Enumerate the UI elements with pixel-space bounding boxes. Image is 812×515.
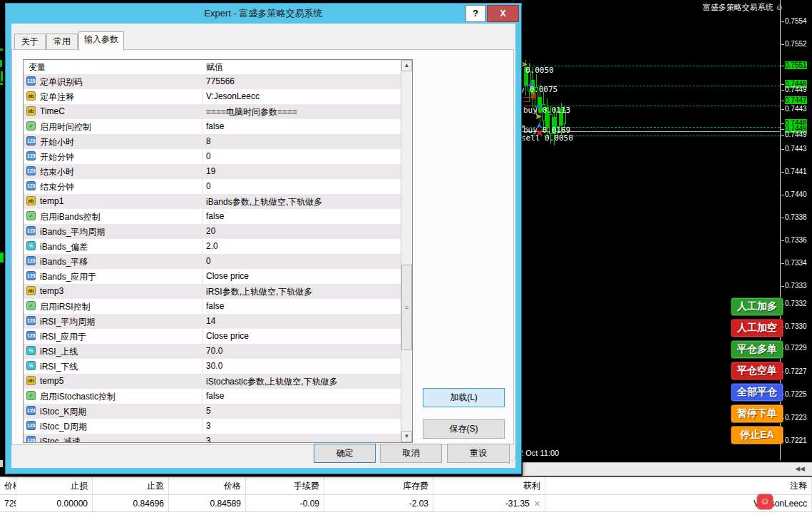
param-value[interactable]: iStochastic参数,上轨做空,下轨做多 <box>206 376 338 388</box>
column-header-value: 赋值 <box>206 61 223 73</box>
param-value[interactable]: Close price <box>206 271 249 281</box>
help-button[interactable]: ? <box>466 5 485 22</box>
axis-price-label: 0.7330 <box>781 322 807 331</box>
param-value[interactable]: 3 <box>206 421 211 431</box>
ok-button[interactable]: 确定 <box>314 444 376 463</box>
trade-button-6[interactable]: 暂停下单 <box>731 404 783 423</box>
param-value[interactable]: 19 <box>206 166 215 176</box>
int-type-icon: 123 <box>26 76 36 86</box>
int-type-icon: 123 <box>26 256 36 265</box>
param-row[interactable]: 123iRSI_平均周期14 <box>24 314 401 329</box>
axis-price-label: 0.7227 <box>781 367 807 376</box>
axis-tick <box>781 286 784 287</box>
watermark-logo: ☺ <box>757 494 773 509</box>
param-row[interactable]: 123iStoc_D周期3 <box>24 419 401 434</box>
chart-horizontal-scrollbar[interactable]: ◀◀ <box>523 462 812 476</box>
cancel-button[interactable]: 取消 <box>380 444 442 463</box>
param-row[interactable]: 123开始小时8 <box>24 134 401 149</box>
param-value[interactable]: 0 <box>206 256 211 266</box>
param-row[interactable]: 123iStoc_减速3 <box>24 434 401 442</box>
reset-button[interactable]: 重设 <box>447 444 510 463</box>
param-value[interactable]: 70.0 <box>206 346 222 356</box>
status-col-header: 注释 <box>545 477 812 495</box>
axis-tick <box>781 240 784 241</box>
param-row[interactable]: 123定单识别码775566 <box>24 74 401 89</box>
param-value[interactable]: false <box>206 301 224 311</box>
vertical-scrollbar[interactable]: ▲ ≡ ▼ <box>401 60 412 442</box>
param-value[interactable]: V:JesonLeecc <box>206 91 259 101</box>
axis-tick <box>781 263 784 264</box>
param-value[interactable]: iRSI参数,上轨做空,下轨做多 <box>206 286 312 298</box>
status-value-text: -2.03 <box>409 499 428 509</box>
param-name: iStoc_减速 <box>40 436 81 442</box>
param-row[interactable]: 123iBands_应用于Close price <box>24 269 401 284</box>
axis-price-label: 0.7447 <box>781 96 807 105</box>
tab-常用[interactable]: 常用 <box>46 34 78 50</box>
param-row[interactable]: ½iRSI_下线30.0 <box>24 359 401 374</box>
scroll-up-button[interactable]: ▲ <box>401 60 412 71</box>
close-position-x-icon[interactable]: ✕ <box>534 499 540 508</box>
param-row[interactable]: ✓启用时间控制false <box>24 119 401 134</box>
param-value[interactable]: 30.0 <box>206 361 222 371</box>
param-row[interactable]: 123iStoc_K周期5 <box>24 404 401 419</box>
axis-price-label: 0.7225 <box>781 390 807 399</box>
param-row[interactable]: ½iBands_偏差2.0 <box>24 239 401 254</box>
param-row[interactable]: abTimeC====电脑时间参数==== <box>24 104 401 119</box>
load-button[interactable]: 加载(L) <box>423 388 505 407</box>
tab-关于[interactable]: 关于 <box>14 34 46 50</box>
param-value[interactable]: 8 <box>206 136 211 146</box>
param-value[interactable]: false <box>206 391 224 401</box>
resize-grip[interactable]: ⋰ <box>508 456 516 465</box>
param-name: 开始小时 <box>40 136 74 148</box>
trade-button-5[interactable]: 全部平仓 <box>731 383 783 402</box>
dialog-titlebar[interactable]: Expert - 富盛多策略交易系统 <box>6 4 521 24</box>
param-row[interactable]: ✓启用iBands控制false <box>24 209 401 224</box>
status-col-header: 库存费 <box>324 477 433 495</box>
save-button[interactable]: 保存(S) <box>423 419 505 439</box>
param-row[interactable]: ab定单注释V:JesonLeecc <box>24 89 401 104</box>
trade-button-7[interactable]: 停止EA <box>731 426 783 444</box>
trade-button-2[interactable]: 人工加空 <box>731 319 783 337</box>
axis-tick <box>781 149 784 150</box>
param-value[interactable]: false <box>206 211 224 221</box>
param-row[interactable]: abtemp3iRSI参数,上轨做空,下轨做多 <box>24 284 401 299</box>
trade-price-label: sell 0.0050 <box>521 133 573 143</box>
close-button[interactable]: X <box>487 5 519 22</box>
param-value[interactable]: ====电脑时间参数==== <box>206 106 297 118</box>
trade-button-1[interactable]: 人工加多 <box>731 297 783 316</box>
param-row[interactable]: ½iRSI_上线70.0 <box>24 344 401 359</box>
param-value[interactable]: 2.0 <box>206 241 218 251</box>
param-value[interactable]: iBands参数,上轨做空,下轨做多 <box>206 196 322 208</box>
param-row[interactable]: abtemp5iStochastic参数,上轨做空,下轨做多 <box>24 374 401 389</box>
param-row[interactable]: 123iBands_平均周期20 <box>24 224 401 239</box>
axis-tick <box>781 101 784 101</box>
param-value[interactable]: 0 <box>206 181 211 191</box>
param-row[interactable]: 123结束分钟0 <box>24 179 401 194</box>
param-row[interactable]: 123iBands_平移0 <box>24 254 401 269</box>
param-value[interactable]: 14 <box>206 316 215 326</box>
axis-price-label: 0.7441 <box>781 168 807 176</box>
param-row[interactable]: 123开始分钟0 <box>24 149 401 164</box>
trade-button-4[interactable]: 平仓空单 <box>731 362 783 380</box>
param-value[interactable]: 3 <box>206 436 211 442</box>
param-row[interactable]: ✓启用iRSI控制false <box>24 299 401 314</box>
param-value[interactable]: 5 <box>206 406 211 416</box>
param-row[interactable]: 123iRSI_应用于Close price <box>24 329 401 344</box>
trade-button-3[interactable]: 平仓多单 <box>731 340 783 359</box>
param-value[interactable]: 775566 <box>206 76 235 86</box>
param-value[interactable]: 20 <box>206 226 215 236</box>
param-value[interactable]: Close price <box>206 331 249 341</box>
scrollbar-thumb[interactable]: ≡ <box>401 265 412 350</box>
param-row[interactable]: abtemp1iBands参数,上轨做空,下轨做多 <box>24 194 401 209</box>
status-value-text: 0.84589 <box>210 499 241 509</box>
param-value[interactable]: false <box>206 121 224 131</box>
param-name: iBands_平均周期 <box>40 226 105 238</box>
status-col-value: 0.84696 <box>93 495 169 512</box>
param-value[interactable]: 0 <box>206 151 211 161</box>
param-row[interactable]: 123结束小时19 <box>24 164 401 179</box>
status-value-text: -31.35 <box>505 499 530 509</box>
str-type-icon: ab <box>26 106 36 116</box>
param-row[interactable]: ✓启用iStochastic控制false <box>24 389 401 404</box>
tab-输入参数[interactable]: 输入参数 <box>78 31 124 51</box>
scroll-down-button[interactable]: ▼ <box>401 431 412 442</box>
